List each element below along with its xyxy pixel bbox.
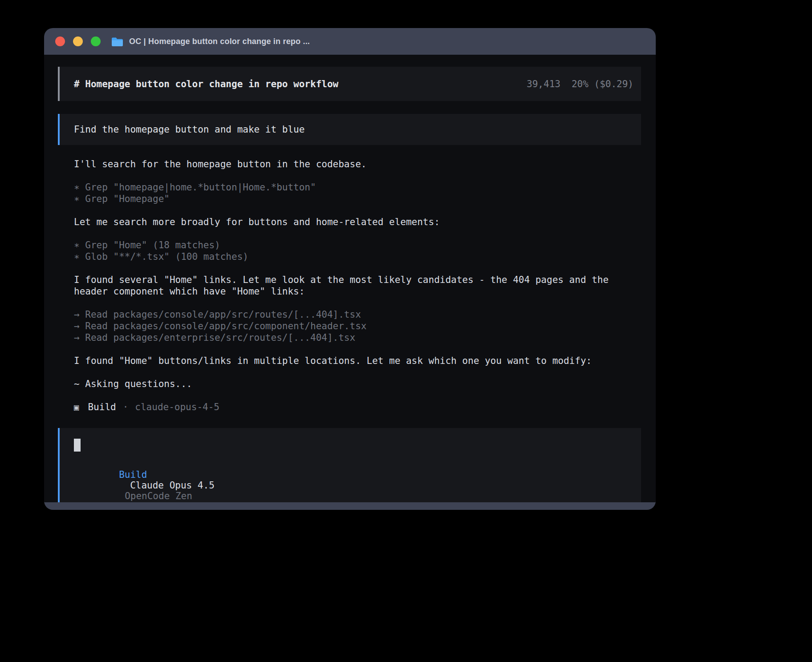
tool-call-group: ∗ Grep "Home" (18 matches) ∗ Glob "**/*.…	[74, 239, 641, 262]
token-count: 39,413	[527, 79, 560, 89]
message-group: I found "Home" buttons/links in multiple…	[74, 355, 641, 367]
separator-dot: ·	[123, 401, 129, 413]
mode-label[interactable]: Build	[119, 469, 147, 480]
message-group: I found several "Home" links. Let me loo…	[74, 274, 641, 297]
tool-call: ∗ Glob "**/*.tsx" (100 matches)	[74, 251, 641, 262]
message-group: I'll search for the homepage button in t…	[74, 158, 641, 170]
agent-icon: ▣	[74, 401, 79, 413]
assistant-transcript: I'll search for the homepage button in t…	[74, 158, 641, 413]
tool-call: ∗ Grep "Homepage"	[74, 193, 641, 205]
terminal-window: OC | Homepage button color change in rep…	[44, 28, 656, 510]
assistant-status-text: ~ Asking questions...	[74, 378, 641, 390]
agent-status-line: ▣ Build · claude-opus-4-5	[74, 401, 641, 413]
tool-call: → Read packages/console/app/src/componen…	[74, 320, 641, 332]
traffic-lights	[55, 36, 101, 46]
user-message-text: Find the homepage button and make it blu…	[74, 124, 304, 135]
agent-name: Build	[88, 401, 116, 413]
prompt-input[interactable]: Build Claude Opus 4.5 OpenCode Zen	[58, 428, 641, 502]
session-header: # Homepage button color change in repo w…	[58, 67, 641, 101]
session-title: # Homepage button color change in repo w…	[74, 79, 338, 89]
assistant-text: Let me search more broadly for buttons a…	[74, 216, 641, 228]
session-stats: 39,41320% ($0.29)	[482, 68, 633, 100]
close-button[interactable]	[55, 36, 65, 46]
agent-model: claude-opus-4-5	[135, 401, 219, 413]
tool-call: ∗ Grep "Home" (18 matches)	[74, 239, 641, 251]
message-group: ~ Asking questions...	[74, 378, 641, 390]
tool-call: → Read packages/enterprise/src/routes/[.…	[74, 332, 641, 343]
provider-name: OpenCode Zen	[125, 491, 192, 501]
text-cursor	[74, 439, 81, 452]
input-status-line: Build Claude Opus 4.5 OpenCode Zen	[74, 459, 627, 502]
terminal-content: # Homepage button color change in repo w…	[44, 55, 656, 502]
window-titlebar[interactable]: OC | Homepage button color change in rep…	[44, 28, 656, 55]
assistant-text: I found several "Home" links. Let me loo…	[74, 274, 641, 297]
assistant-text: I'll search for the homepage button in t…	[74, 158, 641, 170]
assistant-text: I found "Home" buttons/links in multiple…	[74, 355, 641, 367]
model-name[interactable]: Claude Opus 4.5	[130, 480, 215, 491]
message-group: Let me search more broadly for buttons a…	[74, 216, 641, 228]
context-usage: 20% ($0.29)	[572, 79, 633, 89]
tool-call: → Read packages/console/app/src/routes/[…	[74, 309, 641, 320]
tool-call: ∗ Grep "homepage|home.*button|Home.*butt…	[74, 182, 641, 193]
tool-call-group: → Read packages/console/app/src/routes/[…	[74, 309, 641, 343]
tool-call-group: ∗ Grep "homepage|home.*button|Home.*butt…	[74, 182, 641, 205]
folder-icon	[111, 37, 123, 46]
zoom-button[interactable]	[91, 36, 101, 46]
user-message: Find the homepage button and make it blu…	[58, 114, 641, 145]
window-title: OC | Homepage button color change in rep…	[129, 37, 310, 46]
minimize-button[interactable]	[73, 36, 83, 46]
